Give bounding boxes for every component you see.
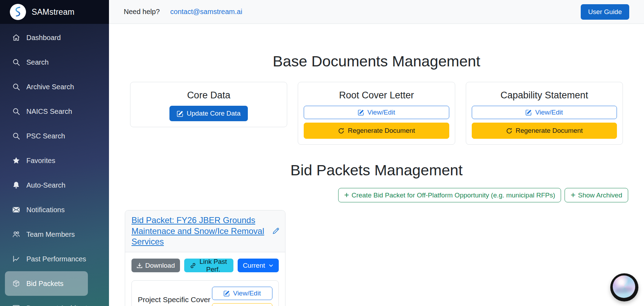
sidebar-item-label: Auto-Search (26, 181, 65, 189)
root-cover-letter-title: Root Cover Letter (304, 90, 449, 101)
sidebar-item-document-architect[interactable]: Document Architect (5, 296, 88, 306)
edit-title-pencil-icon[interactable] (272, 227, 280, 235)
packet-document-row: Project Specific Cover Letter View/Edit (131, 280, 279, 306)
root-cover-letter-view-edit-button[interactable]: View/Edit (304, 106, 449, 119)
status-selected-label: Current (243, 262, 265, 269)
search-icon (12, 58, 20, 66)
bid-packets-title: Bid Packets Management (109, 162, 644, 179)
sidebar-item-label: Favorites (26, 157, 55, 165)
sidebar-item-label: Notifications (26, 206, 65, 214)
root-cover-letter-card: Root Cover Letter View/Edit Regenerate D… (298, 82, 455, 145)
sidebar-item-notifications[interactable]: Notifications (5, 197, 88, 222)
base-documents-cards: Core Data Update Core Data Root Cover Le… (109, 82, 644, 145)
document-view-edit-button[interactable]: View/Edit (212, 287, 272, 300)
sidebar-item-label: Archive Search (26, 83, 74, 91)
sidebar-item-label: Dashboard (26, 34, 61, 42)
core-data-title: Core Data (136, 90, 281, 101)
sidebar-item-dashboard[interactable]: Dashboard (5, 25, 88, 50)
sidebar-nav: Dashboard Search Archive Search NAICS Se… (0, 24, 109, 306)
bid-packet-header: Bid Packet: FY26 JBER Grounds Maintenace… (125, 210, 285, 252)
view-edit-label: View/Edit (535, 109, 563, 116)
sidebar-item-past-performances[interactable]: Past Performances (5, 247, 88, 271)
link-icon (190, 262, 196, 269)
plus-icon: + (571, 191, 575, 199)
regenerate-label: Regenerate Document (516, 127, 583, 135)
pencil-square-icon (224, 290, 230, 297)
plus-icon: + (344, 191, 349, 199)
refresh-icon (506, 128, 513, 134)
bid-packet-card: Bid Packet: FY26 JBER Grounds Maintenace… (125, 210, 285, 306)
bid-packet-body: Download Link Past Perf. Current Project… (125, 252, 285, 306)
contact-email-link[interactable]: contact@samstream.ai (170, 8, 242, 16)
regenerate-label: Regenerate Document (348, 127, 415, 135)
sidebar-header: SAMstream (0, 0, 109, 24)
user-guide-button[interactable]: User Guide (581, 4, 629, 20)
chart-line-icon (12, 255, 20, 263)
sidebar-item-bid-packets[interactable]: Bid Packets (5, 271, 88, 296)
sidebar-item-label: Bid Packets (26, 280, 64, 288)
box-icon (12, 279, 20, 288)
root-cover-letter-regenerate-button[interactable]: Regenerate Document (304, 123, 449, 139)
document-regenerate-button[interactable] (212, 303, 272, 306)
download-label: Download (145, 262, 175, 269)
home-icon (12, 33, 20, 42)
capability-statement-card: Capability Statement View/Edit Regenerat… (466, 82, 623, 145)
bid-packet-title-link[interactable]: Bid Packet: FY26 JBER Grounds Maintenace… (131, 215, 264, 246)
create-bid-packet-label: Create Bid Packet for Off-Platform Oppor… (352, 191, 555, 199)
brand-name: SAMstream (32, 7, 75, 17)
update-core-data-button[interactable]: Update Core Data (169, 106, 248, 121)
sidebar-item-label: NAICS Search (26, 108, 72, 116)
download-button[interactable]: Download (131, 259, 180, 272)
assistant-widget-button[interactable] (610, 273, 638, 301)
capability-statement-regenerate-button[interactable]: Regenerate Document (472, 123, 617, 139)
sidebar-item-favorites[interactable]: Favorites (5, 148, 88, 173)
pencil-square-icon (526, 109, 532, 116)
sidebar-item-label: Past Performances (26, 255, 86, 263)
topbar: Need help? contact@samstream.ai User Gui… (109, 0, 644, 24)
sidebar-item-search[interactable]: Search (5, 50, 88, 74)
capability-statement-title: Capability Statement (472, 90, 617, 101)
search-icon (12, 83, 20, 91)
need-help-text: Need help? (124, 8, 160, 16)
sidebar-item-team-members[interactable]: Team Members (5, 222, 88, 247)
pencil-square-icon (358, 109, 364, 116)
main-content: Base Documents Management Core Data Upda… (109, 24, 644, 306)
core-data-card: Core Data Update Core Data (130, 82, 287, 127)
right-column: Need help? contact@samstream.ai User Gui… (109, 0, 644, 306)
sidebar-item-psc-search[interactable]: PSC Search (5, 124, 88, 148)
sidebar: SAMstream Dashboard Search Archive Searc… (0, 0, 109, 306)
base-documents-title: Base Documents Management (109, 53, 644, 70)
sidebar-item-label: Team Members (26, 230, 75, 239)
create-bid-packet-button[interactable]: + Create Bid Packet for Off-Platform Opp… (338, 188, 561, 202)
window-icon (12, 304, 20, 306)
samstream-s-swirl-icon (12, 6, 24, 18)
sidebar-item-naics-search[interactable]: NAICS Search (5, 99, 88, 124)
link-past-perf-button[interactable]: Link Past Perf. (184, 259, 233, 272)
update-core-data-label: Update Core Data (187, 110, 240, 117)
capability-statement-view-edit-button[interactable]: View/Edit (472, 106, 617, 119)
star-icon (12, 156, 20, 165)
refresh-icon (338, 128, 344, 134)
show-archived-button[interactable]: + Show Archived (565, 188, 628, 202)
pencil-square-icon (177, 110, 183, 117)
samstream-logo[interactable] (10, 4, 26, 20)
show-archived-label: Show Archived (578, 191, 622, 199)
sidebar-item-auto-search[interactable]: Auto-Search (5, 173, 88, 197)
bid-packets-actions: + Create Bid Packet for Off-Platform Opp… (109, 188, 644, 202)
swirl-orb-icon (613, 275, 635, 298)
download-icon (136, 262, 143, 269)
document-buttons: View/Edit (212, 287, 272, 306)
envelope-icon (12, 206, 20, 214)
view-edit-label: View/Edit (233, 289, 261, 297)
bell-icon (12, 181, 20, 189)
bid-packet-buttons: Download Link Past Perf. Current (131, 259, 279, 272)
sidebar-item-label: Document Architect (26, 304, 87, 306)
sidebar-item-archive-search[interactable]: Archive Search (5, 74, 88, 99)
chevron-down-icon (269, 263, 273, 268)
sidebar-item-label: PSC Search (26, 132, 65, 140)
link-past-perf-label: Link Past Perf. (199, 258, 228, 273)
people-icon (12, 230, 20, 239)
view-edit-label: View/Edit (367, 109, 395, 116)
document-label: Project Specific Cover Letter (138, 287, 212, 306)
status-dropdown[interactable]: Current (238, 259, 279, 272)
